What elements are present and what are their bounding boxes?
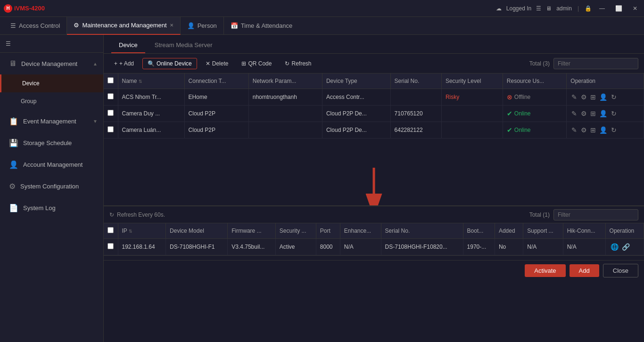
- sub-tab-stream-media[interactable]: Stream Media Server: [147, 38, 220, 53]
- sidebar-sub-item-device[interactable]: Device: [0, 74, 103, 92]
- row-operation: ✎ ⚙ ⊞ 👤 ↻: [567, 89, 644, 106]
- settings-button[interactable]: ⚙: [580, 92, 588, 102]
- logo-icon: H: [4, 4, 12, 13]
- bottom-header-support: Support ...: [523, 223, 563, 239]
- grid-button[interactable]: ⊞: [589, 125, 597, 135]
- hscroll-bar[interactable]: [104, 255, 644, 260]
- qr-code-button[interactable]: ⊞ QR Code: [237, 58, 276, 69]
- globe-button[interactable]: 🌐: [610, 242, 619, 252]
- risky-badge: Risky: [446, 94, 459, 100]
- red-arrow-annotation: [104, 168, 644, 205]
- user-button[interactable]: 👤: [598, 92, 608, 102]
- add-device-button[interactable]: Add: [570, 264, 599, 277]
- device-table: Name ⇅ Connection T... Network Param... …: [104, 73, 644, 138]
- lock-icon: 🔒: [585, 5, 592, 12]
- list-icon: ☰: [536, 5, 541, 12]
- row-connection: EHome: [184, 89, 248, 106]
- bottom-row-checkbox[interactable]: [107, 243, 114, 249]
- sidebar-sub-label: Device: [22, 80, 40, 87]
- activate-button[interactable]: Activate: [525, 264, 565, 277]
- person-icon: 👤: [187, 22, 195, 29]
- sidebar-section: 🖥 Device Management ▲ Device Group 📋 Eve…: [0, 53, 103, 219]
- device-management-icon: 🖥: [9, 59, 17, 68]
- sub-tabs: Device Stream Media Server: [104, 35, 644, 54]
- add-icon: +: [114, 60, 117, 67]
- sidebar-item-system-log[interactable]: 📄 System Log: [0, 197, 103, 219]
- bottom-filter-input[interactable]: [553, 209, 638, 220]
- sidebar-item-storage-schedule[interactable]: 💾 Storage Schedule: [0, 132, 103, 154]
- row-serial: 642282122: [390, 122, 441, 138]
- tab-time-attendance[interactable]: 📅 Time & Attendance: [224, 17, 299, 35]
- grid-button[interactable]: ⊞: [589, 92, 597, 102]
- edit-button[interactable]: ✎: [570, 125, 578, 135]
- tab-access-control[interactable]: ☰ Access Control: [4, 17, 67, 35]
- table-row: ACS Nhom Tr... EHome nhomtruongthanh Acc…: [104, 89, 644, 106]
- bottom-header-checkbox: [104, 223, 118, 239]
- sidebar-item-device-management[interactable]: 🖥 Device Management ▲: [0, 53, 103, 74]
- sync-button[interactable]: ↻: [610, 109, 618, 118]
- tab-person[interactable]: 👤 Person: [181, 17, 224, 35]
- bottom-buttons: Activate Add Close: [104, 260, 644, 281]
- search-icon: 🔍: [148, 60, 155, 67]
- bottom-row-support: N/A: [523, 239, 563, 255]
- bottom-table-container: IP ⇅ Device Model Firmware ... Security …: [104, 223, 644, 255]
- sidebar-item-account-management[interactable]: 👤 Account Management: [0, 154, 103, 175]
- bottom-row-enhanced: N/A: [340, 239, 381, 255]
- bottom-header: ↻ Refresh Every 60s. Total (1): [104, 206, 644, 223]
- row-name: Camera Luán...: [118, 122, 184, 138]
- sidebar-item-system-configuration[interactable]: ⚙ System Configuration: [0, 175, 103, 197]
- app-logo: H iVMS-4200: [4, 4, 45, 13]
- sub-tab-label: Device: [119, 41, 138, 49]
- toolbar-right: Total (3): [529, 58, 638, 69]
- user-button[interactable]: 👤: [598, 125, 608, 135]
- monitor-icon: 🖥: [546, 5, 552, 12]
- sidebar-header: ☰: [0, 35, 103, 53]
- row-network: [248, 106, 322, 122]
- row-checkbox[interactable]: [107, 110, 114, 116]
- edit-button[interactable]: ✎: [570, 92, 578, 102]
- collapse-icon: ▲: [93, 61, 98, 66]
- row-name: ACS Nhom Tr...: [118, 89, 184, 106]
- sidebar-sub-label: Group: [21, 98, 36, 105]
- sidebar-item-label: System Configuration: [20, 183, 79, 190]
- bottom-select-all-checkbox[interactable]: [107, 227, 114, 233]
- refresh-button[interactable]: ↻ Refresh: [280, 58, 316, 69]
- select-all-checkbox[interactable]: [107, 77, 114, 83]
- title-bar: H iVMS-4200 ☁ Logged In ☰ 🖥 admin | 🔒 — …: [0, 0, 644, 17]
- minimize-button[interactable]: —: [596, 4, 608, 13]
- settings-button[interactable]: ⚙: [580, 109, 588, 118]
- system-config-icon: ⚙: [9, 182, 16, 191]
- user-button[interactable]: 👤: [598, 109, 608, 118]
- tab-close-icon[interactable]: ✕: [170, 23, 173, 28]
- settings-button[interactable]: ⚙: [580, 125, 588, 135]
- tab-maintenance[interactable]: ⚙ Maintenance and Management ✕: [67, 17, 180, 35]
- sidebar-sub-item-group[interactable]: Group: [0, 92, 103, 110]
- row-operation: ✎ ⚙ ⊞ 👤 ↻: [567, 122, 644, 138]
- close-button[interactable]: ✕: [630, 4, 640, 13]
- refresh-text: Refresh Every 60s.: [117, 212, 165, 218]
- grid-button[interactable]: ⊞: [589, 109, 597, 118]
- sub-tab-device[interactable]: Device: [111, 38, 145, 53]
- bottom-header-boot: Boot...: [463, 223, 495, 239]
- cloud-icon: ☁: [496, 5, 502, 12]
- sync-button[interactable]: ↻: [610, 125, 618, 135]
- sync-button[interactable]: ↻: [610, 92, 618, 102]
- edit-button[interactable]: ✎: [570, 109, 578, 118]
- storage-icon: 💾: [9, 138, 18, 147]
- tab-label: Access Control: [19, 22, 60, 29]
- row-checkbox[interactable]: [107, 93, 114, 99]
- bottom-total: Total (1): [529, 212, 550, 218]
- sidebar-item-event-management[interactable]: 📋 Event Management ▼: [0, 110, 103, 132]
- row-connection: Cloud P2P: [184, 122, 248, 138]
- add-button[interactable]: + + Add: [109, 58, 139, 69]
- delete-button[interactable]: ✕ Delete: [201, 58, 233, 69]
- row-checkbox[interactable]: [107, 126, 114, 132]
- hamburger-icon[interactable]: ☰: [6, 41, 11, 47]
- link-button[interactable]: 🔗: [621, 242, 631, 252]
- close-button[interactable]: Close: [603, 264, 638, 277]
- restore-button[interactable]: ⬜: [612, 4, 625, 13]
- filter-input[interactable]: [553, 58, 638, 69]
- sidebar-item-label: Storage Schedule: [23, 139, 72, 147]
- row-security: [441, 106, 503, 122]
- online-device-button[interactable]: 🔍 Online Device: [142, 58, 197, 69]
